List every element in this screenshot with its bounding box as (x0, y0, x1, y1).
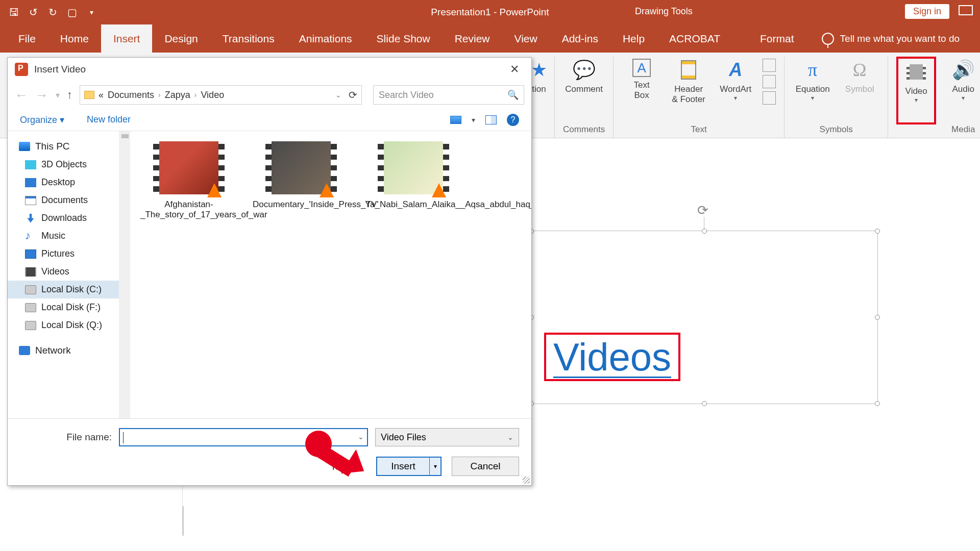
object-icon[interactable] (763, 91, 776, 105)
resize-handle[interactable] (875, 401, 880, 406)
view-dropdown-icon[interactable]: ▾ (472, 116, 475, 124)
file-item[interactable]: Documentary_'Inside_Press_TV' (253, 141, 350, 210)
new-folder-button[interactable]: New folder (87, 114, 131, 125)
insert-button[interactable]: Insert ▾ (376, 457, 442, 476)
header-footer-button[interactable]: Header & Footer (669, 57, 708, 124)
ribbon-group-comments: 💬 Comment Comments (555, 57, 614, 138)
ribbon-group-text: A Text Box Header & Footer A WordArt ▾ (614, 57, 785, 138)
file-name-label: File name: (20, 432, 112, 443)
tree-desktop[interactable]: Desktop (8, 173, 130, 191)
resize-handle[interactable] (702, 229, 707, 234)
slide-number-icon[interactable] (763, 75, 776, 88)
video-thumbnail-icon (265, 141, 337, 194)
view-icon[interactable] (450, 116, 461, 124)
file-type-select[interactable]: Video Files ⌄ (375, 428, 519, 446)
header-footer-icon (677, 59, 700, 81)
file-name: Ya_Nabi_Salam_Alaika__Aqsa_abdul_haq_New… (365, 199, 462, 210)
signin-button[interactable]: Sign in (905, 4, 949, 19)
file-item[interactable]: Ya_Nabi_Salam_Alaika__Aqsa_abdul_haq_New… (365, 141, 462, 210)
audio-button[interactable]: 🔊 Audio ▾ (943, 57, 980, 124)
ribbon-display-options-icon[interactable] (959, 5, 973, 15)
start-from-beginning-icon[interactable]: ▢ (64, 5, 80, 20)
tab-design[interactable]: Design (152, 24, 210, 53)
tree-local-disk-q[interactable]: Local Disk (Q:) (8, 316, 130, 334)
tab-review[interactable]: Review (443, 24, 502, 53)
comment-icon: 💬 (573, 59, 595, 81)
tree-network[interactable]: Network (8, 341, 130, 360)
cancel-button[interactable]: Cancel (452, 457, 519, 476)
lightbulb-icon (822, 33, 834, 45)
rotate-handle-icon[interactable]: ⟳ (697, 203, 712, 217)
file-item[interactable]: Afghanistan-_The_story_of_17_years_of_wa… (140, 141, 237, 220)
preview-pane-icon[interactable] (485, 115, 497, 124)
tab-file[interactable]: File (6, 24, 48, 53)
search-icon: 🔍 (507, 89, 519, 101)
tell-me-search[interactable]: Tell me what you want to do (822, 33, 960, 45)
tools-button[interactable]: Tools ▾ (330, 461, 361, 472)
crumb[interactable]: Zapya (165, 90, 190, 101)
resize-handle[interactable] (875, 229, 880, 234)
help-icon[interactable]: ? (507, 114, 519, 126)
tree-3d-objects[interactable]: 3D Objects (8, 156, 130, 173)
equation-button[interactable]: π Equation ▾ (793, 57, 832, 124)
tab-help[interactable]: Help (610, 24, 657, 53)
tree-documents[interactable]: Documents (8, 191, 130, 209)
video-button[interactable]: Video ▾ (896, 57, 936, 124)
tree-music[interactable]: ♪Music (8, 227, 130, 245)
wordart-button[interactable]: A WordArt ▾ (716, 57, 755, 124)
tree-scrollbar[interactable] (119, 131, 130, 418)
tab-transitions[interactable]: Transitions (210, 24, 287, 53)
resize-grip-icon[interactable] (523, 477, 530, 484)
textbox-icon: A (632, 59, 651, 77)
tab-addins[interactable]: Add-ins (550, 24, 610, 53)
organize-button[interactable]: Organize ▾ (20, 114, 64, 126)
window-title: Presentation1 - PowerPoint (431, 7, 549, 18)
video-icon (905, 61, 927, 83)
input-dropdown-icon[interactable]: ⌄ (358, 433, 364, 441)
tab-slideshow[interactable]: Slide Show (364, 24, 443, 53)
tab-insert[interactable]: Insert (101, 24, 153, 53)
resize-handle[interactable] (702, 401, 707, 406)
powerpoint-icon (15, 63, 28, 76)
comment-button[interactable]: 💬 Comment (564, 57, 604, 124)
file-name: Documentary_'Inside_Press_TV' (253, 199, 350, 210)
tree-downloads[interactable]: Downloads (8, 209, 130, 227)
tree-local-disk-f[interactable]: Local Disk (F:) (8, 298, 130, 316)
tab-animations[interactable]: Animations (287, 24, 364, 53)
tree-local-disk-c[interactable]: Local Disk (C:) (8, 281, 130, 298)
file-name-input[interactable]: ⌄ (119, 428, 368, 446)
back-icon[interactable]: ← (15, 87, 28, 103)
qat-more-icon[interactable]: ▾ (84, 5, 99, 20)
forward-icon[interactable]: → (35, 87, 48, 103)
up-icon[interactable]: ↑ (67, 88, 72, 102)
file-list[interactable]: Afghanistan-_The_story_of_17_years_of_wa… (130, 131, 531, 418)
refresh-icon[interactable]: ⟳ (349, 89, 357, 101)
redo-icon[interactable]: ↻ (45, 5, 60, 20)
tab-home[interactable]: Home (48, 24, 101, 53)
tree-this-pc[interactable]: This PC (8, 137, 130, 156)
dialog-bottom: File name: ⌄ Video Files ⌄ Tools ▾ Inser… (8, 418, 531, 485)
close-icon[interactable]: ✕ (505, 61, 524, 78)
crumb-dropdown-icon[interactable]: ⌄ (335, 91, 341, 99)
breadcrumb[interactable]: « Documents › Zapya › Video ⌄ ⟳ (80, 85, 362, 105)
select-dropdown-icon: ⌄ (507, 433, 513, 441)
tab-acrobat[interactable]: ACROBAT (657, 24, 732, 53)
crumb[interactable]: Documents (108, 90, 154, 101)
videos-annotation: Videos (544, 333, 680, 381)
tree-videos[interactable]: Videos (8, 263, 130, 281)
omega-icon: Ω (848, 59, 871, 81)
tree-pictures[interactable]: Pictures (8, 245, 130, 263)
tab-format[interactable]: Format (748, 24, 806, 53)
recent-icon[interactable]: ▾ (56, 90, 60, 100)
undo-icon[interactable]: ↺ (26, 5, 41, 20)
save-icon[interactable]: 🖫 (6, 5, 21, 20)
tab-view[interactable]: View (502, 24, 550, 53)
insert-split-icon[interactable]: ▾ (429, 458, 440, 475)
text-box-button[interactable]: A Text Box (622, 57, 662, 124)
crumb[interactable]: Video (201, 90, 224, 101)
text-small-buttons[interactable] (763, 57, 776, 124)
folder-tree[interactable]: This PC 3D Objects Desktop Documents Dow… (8, 131, 130, 418)
date-time-icon[interactable] (763, 59, 776, 72)
resize-handle[interactable] (875, 315, 880, 320)
search-input[interactable]: Search Video 🔍 (373, 85, 524, 105)
